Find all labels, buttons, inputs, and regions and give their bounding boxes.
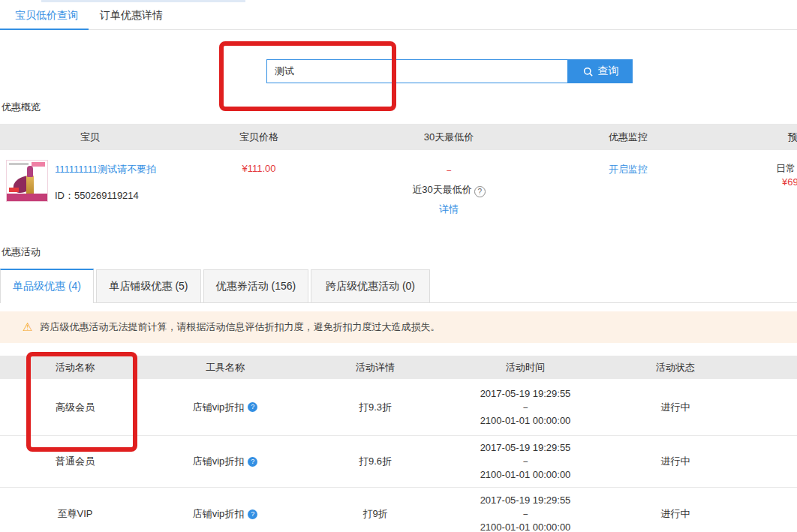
col-header-tool-name: 工具名称 bbox=[150, 356, 300, 379]
tab-coupon-activity[interactable]: 优惠券活动 (156) bbox=[203, 269, 308, 303]
activity-name: 至尊VIP bbox=[0, 488, 150, 532]
tab-cross-shop-activity[interactable]: 跨店级优惠活动 (0) bbox=[311, 269, 430, 303]
col-header-activity-detail: 活动详情 bbox=[300, 356, 450, 379]
warning-text: 跨店级优惠活动无法提前计算，请根据活动信息评估折扣力度，避免折扣力度过大造成损失… bbox=[40, 320, 440, 334]
tab-item-low-price-query[interactable]: 宝贝低价查询 bbox=[15, 9, 78, 23]
warning-banner: ⚠ 跨店级优惠活动无法提前计算，请根据活动信息评估折扣力度，避免折扣力度过大造成… bbox=[0, 311, 797, 343]
details-link[interactable]: 详情 bbox=[360, 203, 537, 216]
tab-shop-level-discount[interactable]: 单店铺级优惠 (5) bbox=[96, 269, 201, 303]
page-root: 宝贝低价查询 订单优惠详情 查询 优惠概览 宝贝 宝贝价格 30天最低价 优惠监… bbox=[0, 0, 797, 532]
thumb-pink-tag bbox=[32, 162, 45, 167]
product-thumbnail[interactable] bbox=[6, 160, 48, 202]
col-header-activity-time: 活动时间 bbox=[450, 356, 600, 379]
promo-type-label: 日常 bbox=[776, 162, 795, 176]
thumb-text-line bbox=[9, 163, 29, 165]
activity-tabs-baseline bbox=[94, 302, 797, 303]
overview-section-title: 优惠概览 bbox=[2, 101, 41, 114]
overview-table-header: 宝贝 宝贝价格 30天最低价 优惠监控 预 bbox=[0, 124, 797, 150]
tab-item-level-discount[interactable]: 单品级优惠 (4) bbox=[0, 269, 94, 303]
lowest-price-label: 近30天最低价? bbox=[360, 183, 537, 197]
activity-name: 高级会员 bbox=[0, 379, 150, 435]
thumb-lipstick-bullet bbox=[27, 166, 33, 177]
thumb-price-badge bbox=[9, 188, 19, 192]
activity-table-header: 活动名称 工具名称 活动详情 活动时间 活动状态 bbox=[0, 356, 797, 379]
lowest-price-value: － bbox=[360, 164, 537, 177]
activity-status: 进行中 bbox=[600, 488, 750, 532]
query-button-label: 查询 bbox=[598, 65, 619, 78]
search-icon bbox=[582, 66, 594, 77]
tool-name: 店铺vip折扣? bbox=[150, 435, 300, 488]
start-monitor-link[interactable]: 开启监控 bbox=[540, 163, 716, 176]
col-header-activity-name: 活动名称 bbox=[0, 356, 150, 379]
product-id: ID：550269119214 bbox=[55, 189, 139, 203]
help-circle-icon[interactable]: ? bbox=[248, 457, 257, 467]
activity-status: 进行中 bbox=[600, 435, 750, 488]
product-title-link[interactable]: 111111111测试请不要拍 bbox=[55, 163, 156, 176]
activity-detail: 打9.3折 bbox=[300, 379, 450, 435]
active-tab-underline bbox=[0, 29, 89, 30]
tab-order-discount-details[interactable]: 订单优惠详情 bbox=[100, 9, 163, 23]
col-header-discount-monitor: 优惠监控 bbox=[540, 124, 716, 150]
product-price: ¥111.00 bbox=[180, 163, 338, 174]
col-header-30d-lowest: 30天最低价 bbox=[360, 124, 537, 150]
query-button[interactable]: 查询 bbox=[568, 59, 633, 83]
top-partial-element bbox=[41, 0, 245, 2]
activity-time: 2017-05-19 19:29:55 － 2100-01-01 00:00:0… bbox=[450, 435, 600, 488]
activity-status: 进行中 bbox=[600, 379, 750, 435]
help-circle-icon[interactable]: ? bbox=[248, 402, 257, 412]
activity-name: 普通会员 bbox=[0, 435, 150, 488]
help-circle-icon[interactable]: ? bbox=[248, 509, 257, 519]
table-row: 高级会员 店铺vip折扣? 打9.3折 2017-05-19 19:29:55 … bbox=[0, 379, 797, 435]
activity-detail: 打9折 bbox=[300, 488, 450, 532]
thumb-bottom-banner bbox=[7, 194, 47, 201]
activity-detail: 打9.6折 bbox=[300, 435, 450, 488]
warning-triangle-icon: ⚠ bbox=[23, 320, 32, 334]
col-header-activity-status: 活动状态 bbox=[600, 356, 750, 379]
tool-name: 店铺vip折扣? bbox=[150, 488, 300, 532]
activity-time: 2017-05-19 19:29:55 － 2100-01-01 00:00:0… bbox=[450, 379, 600, 435]
thumb-lipstick-tube bbox=[26, 176, 34, 195]
item-search-input[interactable] bbox=[266, 59, 568, 83]
tool-name: 店铺vip折扣? bbox=[150, 379, 300, 435]
col-header-clipped: 预 bbox=[788, 124, 797, 150]
promo-price: ¥69 bbox=[782, 176, 797, 188]
col-header-item-price: 宝贝价格 bbox=[180, 124, 338, 150]
activity-section-title: 优惠活动 bbox=[2, 245, 41, 259]
col-header-item: 宝贝 bbox=[0, 124, 180, 150]
table-row: 普通会员 店铺vip折扣? 打9.6折 2017-05-19 19:29:55 … bbox=[0, 435, 797, 488]
tabbar-divider bbox=[0, 29, 797, 30]
table-row: 至尊VIP 店铺vip折扣? 打9折 2017-05-19 19:29:55 －… bbox=[0, 488, 797, 532]
activity-time: 2017-05-19 19:29:55 － 2100-01-01 00:00:0… bbox=[450, 488, 600, 532]
question-circle-icon[interactable]: ? bbox=[474, 186, 486, 197]
